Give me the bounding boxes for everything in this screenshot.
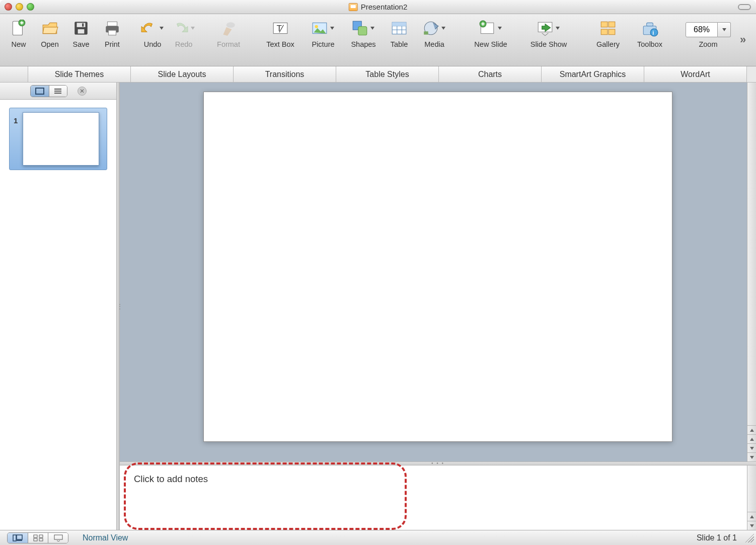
thumbnails-slides-view[interactable] [31,86,49,97]
undo-dropdown[interactable] [158,20,165,36]
svg-rect-8 [109,30,116,35]
picture-button[interactable]: Picture [303,17,343,48]
minimize-window-button[interactable] [16,3,23,11]
gallery-button[interactable]: Gallery [588,17,628,48]
svg-rect-5 [82,23,84,26]
undo-icon [140,19,158,37]
save-icon [72,19,90,37]
shapes-button[interactable]: Shapes [343,17,384,48]
svg-rect-15 [358,27,367,35]
canvas-scrollbar[interactable] [747,83,756,461]
scroll-down-button[interactable] [747,443,756,452]
undo-button[interactable]: Undo [137,17,168,48]
scroll-up-button-2[interactable] [747,434,756,443]
svg-rect-4 [78,29,85,34]
ribbon: Slide Themes Slide Layouts Transitions T… [0,66,756,83]
gallery-label: Gallery [596,40,620,48]
slide-canvas[interactable] [203,92,672,442]
svg-rect-3 [77,23,86,27]
standard-toolbar: New Open Save Print [0,14,756,66]
notes-scroll-down[interactable] [747,521,756,530]
svg-rect-32 [13,535,16,541]
new-slide-icon [478,19,496,37]
horizontal-splitter[interactable] [120,461,756,465]
tab-wordart[interactable]: WordArt [644,66,747,82]
svg-rect-28 [647,23,653,26]
new-slide-label: New Slide [474,40,507,48]
resize-grip[interactable] [745,533,754,542]
shapes-dropdown[interactable] [369,20,376,36]
save-button[interactable]: Save [65,17,97,48]
slide-thumbnail[interactable]: 1 [9,108,107,170]
slide-number: 1 [14,112,23,166]
new-label: New [11,40,26,48]
redo-dropdown [189,20,196,36]
scroll-down-button-2[interactable] [747,452,756,461]
media-dropdown[interactable] [440,20,447,36]
svg-rect-25 [601,29,608,35]
zoom-control: 68% Zoom [681,17,736,48]
notes-scroll-up[interactable] [747,512,756,521]
close-thumbnails-button[interactable]: ✕ [78,87,87,96]
toolbar-toggle-pill[interactable] [738,4,751,10]
textbox-label: Text Box [266,40,294,48]
titlebar: Presentation2 [0,0,756,14]
tab-smartart[interactable]: SmartArt Graphics [542,66,644,82]
slide-thumbnails-pane: ✕ 1 [0,83,117,530]
media-icon [422,19,440,37]
thumbnails-view-switch [30,85,67,97]
thumbnails-outline-view[interactable] [49,86,67,97]
slideshow-view-button[interactable] [48,533,68,543]
tab-slide-themes[interactable]: Slide Themes [28,66,131,82]
redo-label: Redo [175,40,193,48]
svg-text:i: i [652,30,654,36]
table-button[interactable]: Table [384,17,415,48]
ribbon-spacer [0,66,28,82]
tab-charts[interactable]: Charts [439,66,542,82]
zoom-dropdown[interactable] [718,22,731,37]
svg-rect-34 [17,540,22,541]
svg-rect-31 [36,88,44,94]
view-name: Normal View [83,533,128,542]
new-slide-button[interactable]: New Slide [463,17,518,48]
svg-point-13 [315,25,318,28]
new-button[interactable]: New [3,17,34,48]
slide-show-dropdown[interactable] [554,20,561,36]
close-window-button[interactable] [5,3,12,11]
slide-show-button[interactable]: Slide Show [518,17,579,48]
slide-thumbnail-preview [23,112,99,166]
workspace: ✕ 1 Click to add notes [0,83,756,530]
scroll-up-button[interactable] [747,425,756,434]
notes-scrollbar[interactable] [747,465,756,530]
traffic-lights [0,3,34,11]
zoom-label: Zoom [699,40,717,48]
new-icon [10,19,28,37]
svg-rect-6 [107,22,117,26]
picture-dropdown[interactable] [329,20,336,36]
media-label: Media [424,40,444,48]
undo-label: Undo [144,40,162,48]
new-slide-dropdown[interactable] [496,20,503,36]
annotation-callout [124,462,407,530]
svg-rect-19 [424,31,428,34]
toolbox-button[interactable]: i Toolbox [628,17,671,48]
media-button[interactable]: Media [415,17,454,48]
zoom-value[interactable]: 68% [686,22,718,37]
open-button[interactable]: Open [34,17,65,48]
redo-icon [171,19,189,37]
zoom-window-button[interactable] [27,3,34,11]
save-label: Save [72,40,89,48]
toolbar-overflow[interactable]: » [740,33,746,46]
textbox-icon: T [271,19,289,37]
svg-rect-35 [34,535,37,537]
tab-table-styles[interactable]: Table Styles [336,66,439,82]
tab-transitions[interactable]: Transitions [234,66,336,82]
print-button[interactable]: Print [97,17,128,48]
svg-rect-36 [39,535,43,537]
notes-pane[interactable]: Click to add notes [120,465,756,530]
tab-slide-layouts[interactable]: Slide Layouts [131,66,234,82]
slide-sorter-view-button[interactable] [28,533,48,543]
normal-view-button[interactable] [8,533,28,543]
slide-show-icon [536,19,554,37]
textbox-button[interactable]: T Text Box [258,17,303,48]
